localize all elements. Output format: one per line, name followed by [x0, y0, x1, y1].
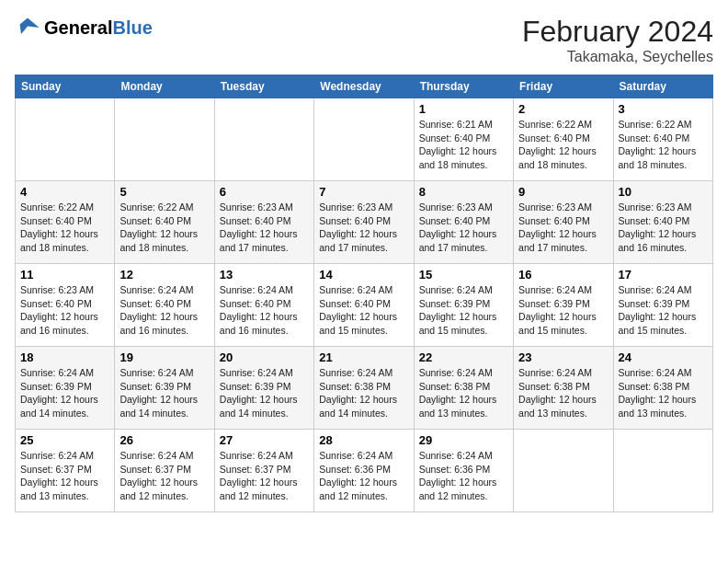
calendar-table: SundayMondayTuesdayWednesdayThursdayFrid… — [15, 75, 713, 512]
column-header-monday: Monday — [115, 75, 214, 98]
day-number: 15 — [419, 268, 508, 282]
day-info: Sunrise: 6:24 AMSunset: 6:40 PMDaylight:… — [119, 283, 209, 338]
day-number: 23 — [518, 350, 608, 364]
day-info: Sunrise: 6:24 AMSunset: 6:38 PMDaylight:… — [619, 366, 708, 420]
calendar-cell — [613, 430, 712, 512]
day-info: Sunrise: 6:23 AMSunset: 6:40 PMDaylight:… — [619, 201, 708, 255]
day-info: Sunrise: 6:24 AMSunset: 6:37 PMDaylight:… — [220, 449, 309, 503]
day-number: 16 — [518, 268, 608, 282]
day-number: 6 — [220, 185, 309, 199]
calendar-cell: 7Sunrise: 6:23 AMSunset: 6:40 PMDaylight… — [314, 181, 414, 264]
calendar-cell: 11Sunrise: 6:23 AMSunset: 6:40 PMDayligh… — [16, 264, 115, 347]
calendar-cell: 6Sunrise: 6:23 AMSunset: 6:40 PMDaylight… — [214, 181, 313, 264]
calendar-header-row: SundayMondayTuesdayWednesdayThursdayFrid… — [16, 75, 713, 98]
day-number: 25 — [20, 433, 109, 447]
day-number: 21 — [319, 350, 408, 364]
day-number: 28 — [319, 433, 408, 447]
calendar-week-2: 4Sunrise: 6:22 AMSunset: 6:40 PMDaylight… — [16, 181, 713, 264]
column-header-saturday: Saturday — [613, 75, 712, 98]
column-header-wednesday: Wednesday — [314, 75, 414, 98]
day-number: 24 — [619, 350, 708, 364]
day-info: Sunrise: 6:24 AMSunset: 6:39 PMDaylight:… — [619, 283, 708, 338]
day-info: Sunrise: 6:22 AMSunset: 6:40 PMDaylight:… — [619, 118, 708, 172]
calendar-cell: 25Sunrise: 6:24 AMSunset: 6:37 PMDayligh… — [16, 430, 115, 512]
calendar-cell — [214, 98, 313, 181]
day-info: Sunrise: 6:24 AMSunset: 6:39 PMDaylight:… — [20, 366, 109, 420]
calendar-cell: 13Sunrise: 6:24 AMSunset: 6:40 PMDayligh… — [214, 264, 313, 347]
day-info: Sunrise: 6:24 AMSunset: 6:39 PMDaylight:… — [419, 283, 508, 338]
calendar-cell: 20Sunrise: 6:24 AMSunset: 6:39 PMDayligh… — [214, 347, 313, 430]
calendar-week-3: 11Sunrise: 6:23 AMSunset: 6:40 PMDayligh… — [16, 264, 713, 347]
day-info: Sunrise: 6:24 AMSunset: 6:39 PMDaylight:… — [518, 283, 608, 338]
day-info: Sunrise: 6:24 AMSunset: 6:40 PMDaylight:… — [220, 283, 309, 338]
calendar-cell: 2Sunrise: 6:22 AMSunset: 6:40 PMDaylight… — [514, 98, 613, 181]
calendar-cell: 27Sunrise: 6:24 AMSunset: 6:37 PMDayligh… — [214, 430, 313, 512]
day-number: 20 — [220, 350, 309, 364]
day-number: 8 — [419, 185, 508, 199]
day-number: 27 — [220, 433, 309, 447]
day-info: Sunrise: 6:23 AMSunset: 6:40 PMDaylight:… — [220, 201, 309, 255]
calendar-cell: 3Sunrise: 6:22 AMSunset: 6:40 PMDaylight… — [613, 98, 712, 181]
calendar-cell: 12Sunrise: 6:24 AMSunset: 6:40 PMDayligh… — [115, 264, 214, 347]
day-info: Sunrise: 6:24 AMSunset: 6:40 PMDaylight:… — [319, 283, 408, 338]
day-info: Sunrise: 6:24 AMSunset: 6:38 PMDaylight:… — [319, 366, 408, 420]
day-number: 2 — [518, 102, 608, 116]
day-info: Sunrise: 6:24 AMSunset: 6:39 PMDaylight:… — [119, 366, 209, 420]
calendar-week-4: 18Sunrise: 6:24 AMSunset: 6:39 PMDayligh… — [16, 347, 713, 430]
calendar-week-5: 25Sunrise: 6:24 AMSunset: 6:37 PMDayligh… — [16, 430, 713, 512]
day-number: 18 — [20, 350, 109, 364]
title-block: February 2024 Takamaka, Seychelles — [522, 15, 713, 65]
day-info: Sunrise: 6:22 AMSunset: 6:40 PMDaylight:… — [518, 118, 608, 172]
day-info: Sunrise: 6:24 AMSunset: 6:37 PMDaylight:… — [119, 449, 209, 503]
day-info: Sunrise: 6:23 AMSunset: 6:40 PMDaylight:… — [419, 201, 508, 255]
day-info: Sunrise: 6:23 AMSunset: 6:40 PMDaylight:… — [20, 283, 109, 338]
day-number: 5 — [119, 185, 209, 199]
calendar-cell: 14Sunrise: 6:24 AMSunset: 6:40 PMDayligh… — [314, 264, 414, 347]
calendar-cell: 16Sunrise: 6:24 AMSunset: 6:39 PMDayligh… — [514, 264, 613, 347]
day-info: Sunrise: 6:24 AMSunset: 6:38 PMDaylight:… — [518, 366, 608, 420]
calendar-cell: 5Sunrise: 6:22 AMSunset: 6:40 PMDaylight… — [115, 181, 214, 264]
day-info: Sunrise: 6:23 AMSunset: 6:40 PMDaylight:… — [518, 201, 608, 255]
day-number: 29 — [419, 433, 508, 447]
calendar-cell: 9Sunrise: 6:23 AMSunset: 6:40 PMDaylight… — [514, 181, 613, 264]
month-year-title: February 2024 — [522, 15, 713, 49]
column-header-thursday: Thursday — [414, 75, 513, 98]
day-number: 17 — [619, 268, 708, 282]
calendar-cell: 17Sunrise: 6:24 AMSunset: 6:39 PMDayligh… — [613, 264, 712, 347]
day-number: 22 — [419, 350, 508, 364]
day-number: 13 — [220, 268, 309, 282]
day-number: 9 — [518, 185, 608, 199]
day-number: 14 — [319, 268, 408, 282]
day-info: Sunrise: 6:24 AMSunset: 6:38 PMDaylight:… — [419, 366, 508, 420]
day-info: Sunrise: 6:23 AMSunset: 6:40 PMDaylight:… — [319, 201, 408, 255]
day-info: Sunrise: 6:24 AMSunset: 6:36 PMDaylight:… — [319, 449, 408, 503]
day-number: 26 — [119, 433, 209, 447]
calendar-cell: 22Sunrise: 6:24 AMSunset: 6:38 PMDayligh… — [414, 347, 513, 430]
svg-marker-0 — [20, 18, 40, 35]
day-number: 3 — [619, 102, 708, 116]
calendar-cell — [514, 430, 613, 512]
day-number: 10 — [619, 185, 708, 199]
day-info: Sunrise: 6:21 AMSunset: 6:40 PMDaylight:… — [419, 118, 508, 172]
day-number: 7 — [319, 185, 408, 199]
day-info: Sunrise: 6:24 AMSunset: 6:39 PMDaylight:… — [220, 366, 309, 420]
day-number: 12 — [119, 268, 209, 282]
calendar-cell: 23Sunrise: 6:24 AMSunset: 6:38 PMDayligh… — [514, 347, 613, 430]
calendar-cell: 19Sunrise: 6:24 AMSunset: 6:39 PMDayligh… — [115, 347, 214, 430]
calendar-cell: 1Sunrise: 6:21 AMSunset: 6:40 PMDaylight… — [414, 98, 513, 181]
calendar-cell: 21Sunrise: 6:24 AMSunset: 6:38 PMDayligh… — [314, 347, 414, 430]
calendar-cell — [16, 98, 115, 181]
calendar-cell: 29Sunrise: 6:24 AMSunset: 6:36 PMDayligh… — [414, 430, 513, 512]
day-info: Sunrise: 6:24 AMSunset: 6:37 PMDaylight:… — [20, 449, 109, 503]
calendar-cell — [314, 98, 414, 181]
location-subtitle: Takamaka, Seychelles — [522, 49, 713, 65]
logo-text: GeneralBlue — [44, 17, 153, 38]
day-number: 19 — [119, 350, 209, 364]
logo: GeneralBlue — [15, 15, 153, 40]
calendar-week-1: 1Sunrise: 6:21 AMSunset: 6:40 PMDaylight… — [16, 98, 713, 181]
column-header-sunday: Sunday — [16, 75, 115, 98]
column-header-tuesday: Tuesday — [214, 75, 313, 98]
calendar-cell: 8Sunrise: 6:23 AMSunset: 6:40 PMDaylight… — [414, 181, 513, 264]
logo-bird-icon — [15, 15, 40, 40]
calendar-cell: 10Sunrise: 6:23 AMSunset: 6:40 PMDayligh… — [613, 181, 712, 264]
